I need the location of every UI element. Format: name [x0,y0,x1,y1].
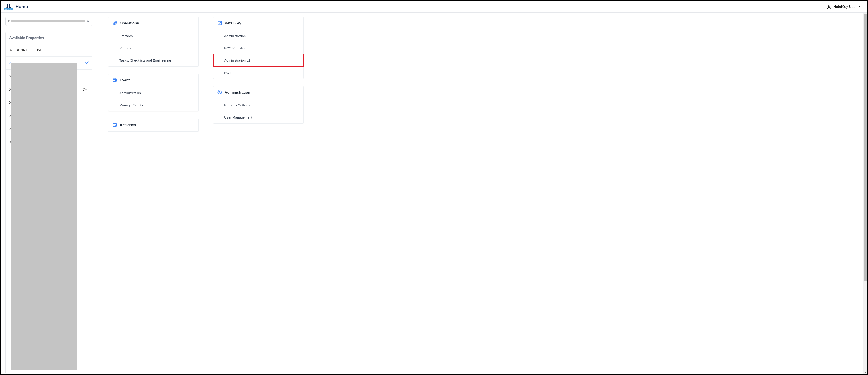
card-item[interactable]: Frontdesk [108,30,198,42]
main-columns: OperationsFrontdeskReportsTasks, Checkli… [95,13,863,374]
card-header: Administration [213,86,303,99]
module-card: EventAdministrationManage Events [108,74,199,111]
module-card: Activities [108,119,199,132]
card-item[interactable]: KOT [213,66,303,79]
retail-icon [217,21,222,26]
property-label: 82 - BONNIE LEE INN [9,48,43,52]
card-item[interactable]: POS Register [213,42,303,54]
operations-icon [113,21,117,26]
topbar: H hotelkey Home HotelKey User [1,1,867,13]
svg-point-0 [828,5,830,6]
available-properties-title: Available Properties [6,32,92,43]
user-name: HotelKey User [833,5,857,9]
redaction-overlay [11,63,77,371]
card-header: Activities [108,119,198,132]
card-title: RetailKey [225,21,241,25]
card-title: Activities [120,123,136,127]
card-title: Administration [225,90,250,95]
module-card: RetailKeyAdministrationPOS RegisterAdmin… [213,17,304,79]
scrollbar-down-arrow[interactable]: ▼ [863,371,867,374]
module-column: OperationsFrontdeskReportsTasks, Checkli… [108,17,199,374]
card-header: RetailKey [213,17,303,30]
calendar-icon [113,122,117,128]
property-search[interactable]: ✕ [5,17,92,26]
card-item[interactable]: Administration [108,87,198,99]
logo: H hotelkey [4,3,13,10]
property-label: 0 [9,114,11,117]
clear-search-icon[interactable]: ✕ [87,19,90,24]
card-item[interactable]: User Management [213,111,303,123]
property-label: 0 [9,100,11,104]
operations-icon [217,90,222,95]
card-item[interactable]: Tasks, Checklists and Engineering [108,54,198,66]
card-item[interactable]: Reports [108,42,198,54]
search-input-redacted[interactable] [8,20,85,22]
card-header: Operations [108,17,198,30]
page-scrollbar[interactable]: ▼ [863,13,867,374]
check-icon [85,61,89,65]
svg-point-6 [115,80,116,82]
property-label: 0 [9,87,11,91]
module-card: OperationsFrontdeskReportsTasks, Checkli… [108,17,199,66]
module-column: RetailKeyAdministrationPOS RegisterAdmin… [213,17,304,374]
card-item[interactable]: Manage Events [108,99,198,111]
calendar-icon [113,78,117,83]
svg-rect-7 [113,123,117,126]
card-title: Operations [120,21,139,25]
card-item[interactable]: Administration v2 [213,54,303,66]
card-header: Event [108,74,198,87]
topbar-left: H hotelkey Home [4,3,28,10]
svg-point-1 [114,22,116,24]
svg-point-11 [115,125,116,126]
chevron-down-icon [859,5,862,9]
property-trail: CH [82,87,87,91]
card-title: Event [120,78,130,82]
module-card: AdministrationProperty SettingsUser Mana… [213,86,304,123]
property-label: 0 [9,127,11,131]
svg-rect-2 [113,79,117,82]
card-item[interactable]: Administration [213,30,303,42]
scrollbar-thumb[interactable] [864,13,867,281]
user-menu[interactable]: HotelKey User [827,4,862,9]
svg-point-13 [219,92,220,93]
logo-tag: hotelkey [4,8,13,10]
logo-letter: H [6,3,10,9]
card-item[interactable]: Property Settings [213,99,303,111]
page-title: Home [16,4,28,9]
property-list-item[interactable]: 82 - BONNIE LEE INN [6,43,92,56]
user-icon [827,4,832,9]
property-label: 0 [9,74,11,78]
